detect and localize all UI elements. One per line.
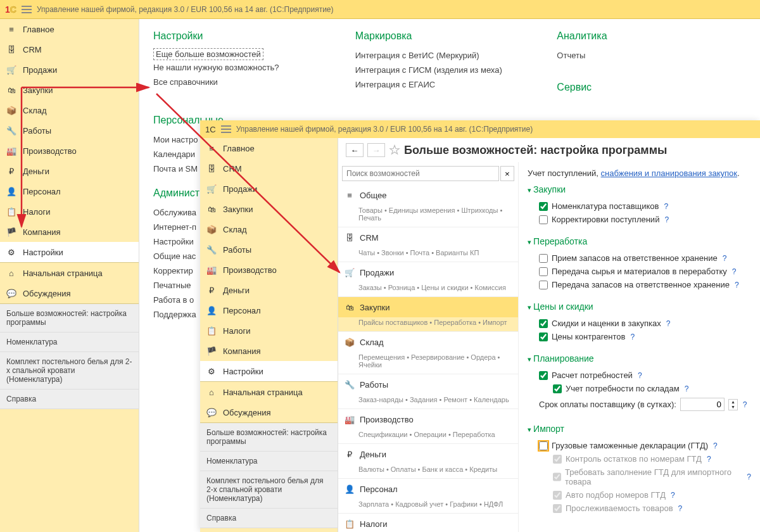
open-tab-2[interactable]: Комплект постельного белья для 2-х спаль… [0,352,139,390]
sidebar-item-8[interactable]: 👤Персонал [200,300,338,320]
checkbox[interactable] [539,319,548,328]
category-1[interactable]: 🗄CRMЧаты • Звонки • Почта • Варианты КП [338,227,518,262]
option-g3-1[interactable]: Цены контрагентов? [528,330,751,343]
checkbox[interactable] [553,384,562,393]
sidebar-item-2[interactable]: 🛒Продажи [0,60,139,80]
checkbox[interactable] [539,281,548,289]
option-g4-1[interactable]: Учет потребности по складам? [528,382,751,395]
help-icon[interactable]: ? [685,384,689,393]
category-0[interactable]: ≡ОбщееТовары • Единицы измерения • Штрих… [338,185,518,227]
help-icon[interactable]: ? [664,202,669,211]
sidebar-item-6[interactable]: 🏭Производство [200,260,338,280]
link-egais[interactable]: Интеграция с ЕГАИС [355,77,545,92]
help-icon[interactable]: ? [666,319,671,328]
group-title-g2[interactable]: Переработка [528,236,751,246]
sidebar-item-0[interactable]: ⌂Начальная страница [0,263,139,283]
sidebar-item-3[interactable]: 🛍Закупки [200,199,338,219]
category-7[interactable]: ₽ДеньгиВалюты • Оплаты • Банк и касса • … [338,444,518,479]
spin-up[interactable]: ▲ [729,400,737,405]
back-button[interactable]: ← [346,143,364,157]
clear-search-button[interactable]: × [500,166,514,181]
sidebar-item-11[interactable]: ⚙Настройки [0,242,139,262]
help-icon[interactable]: ? [743,400,747,409]
sidebar-item-1[interactable]: 💬Обсуждения [0,283,139,303]
group-title-g3[interactable]: Цены и скидки [528,301,751,312]
breadcrumb-link[interactable]: снабжения и планирования закупок [601,168,737,178]
category-4[interactable]: 📦СкладПеремещения • Резервирование • Орд… [338,332,518,374]
option-g3-0[interactable]: Скидки и наценки в закупках? [528,317,751,330]
group-title-g1[interactable]: Закупки [528,184,751,194]
option-g5-0[interactable]: Грузовые таможенные декларации (ГТД)? [528,439,751,452]
option-g1-1[interactable]: Корректировки поступлений? [528,213,751,226]
sidebar-item-0[interactable]: ⌂Начальная страница [200,382,338,402]
help-icon[interactable]: ? [747,472,751,481]
sidebar-item-6[interactable]: 🏭Производство [0,141,139,161]
sidebar-item-9[interactable]: 📋Налоги [0,201,139,222]
link-vetis[interactable]: Интеграция с ВетИС (Меркурий) [355,48,545,63]
link-gism[interactable]: Интеграция с ГИСМ (изделия из меха) [355,63,545,77]
sidebar-item-0[interactable]: ≡Главное [0,19,139,39]
sidebar-item-7[interactable]: ₽Деньги [200,280,338,300]
link-all-dictionaries[interactable]: Все справочники [153,75,343,89]
category-9[interactable]: 📋НалогиРегламентированная отчетность [338,514,518,532]
checkbox[interactable] [539,267,548,276]
help-icon[interactable]: ? [638,371,642,380]
checkbox[interactable] [539,215,548,224]
menu-icon[interactable] [22,5,32,14]
sidebar-item-0[interactable]: ≡Главное [200,138,338,158]
open-tab-1[interactable]: Номенклатура [0,332,139,352]
payment-days-input[interactable] [680,398,725,411]
group-title-g4[interactable]: Планирование [528,353,751,364]
sidebar-item-11[interactable]: ⚙Настройки [200,361,338,381]
help-icon[interactable]: ? [732,267,737,276]
sidebar-item-5[interactable]: 🔧Работы [200,239,338,260]
open-tab-3[interactable]: Справка [200,509,338,528]
star-icon[interactable] [389,144,400,156]
open-tab-1[interactable]: Номенклатура [200,452,338,471]
sidebar-item-2[interactable]: 🛒Продажи [200,179,338,199]
option-g2-0[interactable]: Прием запасов на ответственное хранение? [528,251,751,265]
help-icon[interactable]: ? [735,281,739,289]
option-g4-0[interactable]: Расчет потребностей? [528,369,751,382]
sidebar-item-10[interactable]: 🏴Компания [0,222,139,242]
spin-down[interactable]: ▼ [729,405,737,410]
option-g2-1[interactable]: Передача сырья и материалов в переработк… [528,265,751,278]
sidebar-item-4[interactable]: 📦Склад [200,219,338,239]
checkbox[interactable] [539,332,548,341]
sidebar-item-7[interactable]: ₽Деньги [0,161,139,181]
sidebar-item-3[interactable]: 🛍Закупки [0,80,139,100]
category-3[interactable]: 🛍ЗакупкиПрайсы поставщиков • Переработка… [338,297,518,332]
help-icon[interactable]: ? [671,491,675,500]
help-icon[interactable]: ? [678,504,683,513]
checkbox[interactable] [539,254,548,263]
sidebar-item-1[interactable]: 🗄CRM [0,39,139,60]
sidebar-item-9[interactable]: 📋Налоги [200,320,338,341]
sidebar-item-4[interactable]: 📦Склад [0,100,139,120]
search-input[interactable] [342,166,499,181]
link-reports[interactable]: Отчеты [557,48,746,63]
help-icon[interactable]: ? [713,441,718,450]
help-icon[interactable]: ? [630,332,635,341]
group-title-g5[interactable]: Импорт [528,424,751,434]
checkbox[interactable] [539,202,548,211]
option-g1-0[interactable]: Номенклатура поставщиков? [528,200,751,213]
sidebar-item-1[interactable]: 💬Обсуждения [200,402,338,422]
checkbox[interactable] [539,371,548,380]
option-g2-2[interactable]: Передача запасов на ответственное хранен… [528,278,751,291]
checkbox[interactable] [539,441,548,450]
menu-icon[interactable] [221,125,231,134]
open-tab-0[interactable]: Больше возможностей: настройка программы [200,423,338,452]
category-2[interactable]: 🛒ПродажиЗаказы • Розница • Цены и скидки… [338,262,518,297]
category-6[interactable]: 🏭ПроизводствоСпецификации • Операции • П… [338,409,518,444]
forward-button[interactable]: → [367,143,385,157]
help-icon[interactable]: ? [664,215,669,224]
help-icon[interactable]: ? [723,254,727,263]
open-tab-3[interactable]: Справка [0,390,139,409]
category-5[interactable]: 🔧РаботыЗаказ-наряды • Задания • Ремонт •… [338,374,518,409]
category-8[interactable]: 👤ПерсоналЗарплата • Кадровый учет • Граф… [338,479,518,514]
sidebar-item-10[interactable]: 🏴Компания [200,341,338,361]
link-more-features[interactable]: Еще больше возможностей [153,48,263,60]
link-missing-feature[interactable]: Не нашли нужную возможность? [153,60,343,75]
sidebar-item-1[interactable]: 🗄CRM [200,158,338,179]
sidebar-item-8[interactable]: 👤Персонал [0,181,139,201]
